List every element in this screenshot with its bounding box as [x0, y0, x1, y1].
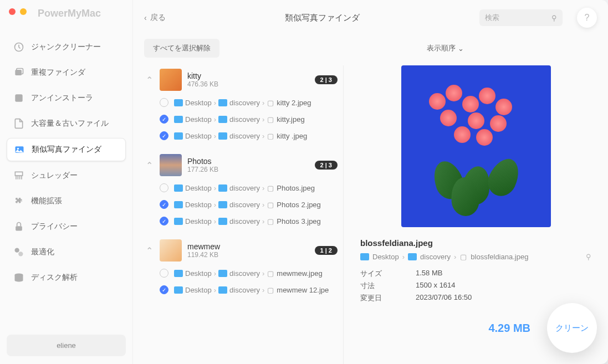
- checkbox[interactable]: [160, 200, 168, 209]
- meta-value: 1.58 MB: [416, 269, 442, 279]
- back-label: 戻る: [150, 13, 166, 23]
- filename: Photos.jpeg: [277, 184, 315, 192]
- search-input[interactable]: 検索 ⚲: [479, 9, 563, 26]
- sidebar-item-privacy[interactable]: プライバシー: [7, 216, 126, 238]
- checkbox[interactable]: [160, 285, 168, 294]
- folder-icon: [218, 270, 227, 277]
- collapse-icon[interactable]: ⌃: [144, 75, 154, 85]
- svg-point-5: [17, 148, 19, 150]
- folder-icon: [174, 116, 183, 123]
- photo-icon: [14, 144, 25, 155]
- duplicate-icon: [13, 67, 24, 78]
- filename: kitty.jpeg: [277, 115, 304, 124]
- sidebar-item-duplicate-finder[interactable]: 重複ファインダ: [7, 61, 126, 84]
- traffic-lights: [7, 8, 27, 15]
- group-size: 476.36 KB: [187, 80, 309, 88]
- checkbox[interactable]: [160, 183, 168, 192]
- folder-icon: [174, 270, 183, 277]
- help-button[interactable]: ?: [577, 8, 597, 28]
- close-window-button[interactable]: [9, 8, 16, 15]
- page-title: 類似写真ファインダ: [175, 13, 471, 23]
- sidebar-item-extensions[interactable]: 機能拡張: [7, 190, 126, 212]
- group-header[interactable]: ⌃ mewmew 119.42 KB 1 | 2: [144, 236, 338, 265]
- lock-icon: [13, 221, 24, 232]
- file-row[interactable]: Desktop›discovery›▢mewmew 12.jpe: [144, 281, 338, 298]
- app-window: PowerMyMac ジャンククリーナー 重複ファインダ アンインストーラ 大容…: [0, 0, 608, 364]
- file-row[interactable]: Desktop›discovery›▢Photos 3.jpeg: [144, 213, 338, 229]
- sidebar-nav: ジャンククリーナー 重複ファインダ アンインストーラ 大容量＆古いファイル 類似…: [7, 36, 126, 335]
- svg-point-13: [18, 252, 23, 256]
- group-name: Photos: [187, 157, 309, 166]
- folder-icon: [218, 201, 227, 208]
- checkbox[interactable]: [160, 98, 168, 107]
- filename: mewmew.jpeg: [277, 269, 322, 278]
- collapse-icon[interactable]: ⌃: [144, 160, 154, 170]
- sidebar-label: ディスク解析: [31, 273, 78, 283]
- photo-group: ⌃ Photos 177.26 KB 2 | 3 Desktop›discove…: [144, 151, 338, 229]
- sort-label: 表示順序: [427, 43, 456, 53]
- folder-icon: [360, 253, 369, 260]
- checkbox[interactable]: [160, 115, 168, 124]
- sidebar-label: ジャンククリーナー: [31, 42, 101, 52]
- clean-button[interactable]: クリーン: [547, 303, 597, 353]
- sidebar-item-large-old-files[interactable]: 大容量＆古いファイル: [7, 112, 126, 135]
- user-badge[interactable]: eliene: [7, 335, 126, 356]
- svg-rect-3: [15, 94, 22, 101]
- file-row[interactable]: Desktop›discovery›▢Photos 2.jpeg: [144, 196, 338, 213]
- folder-icon: [174, 201, 183, 208]
- minimize-window-button[interactable]: [20, 8, 27, 15]
- image-file-icon: ▢: [267, 183, 274, 192]
- chevron-left-icon: ‹: [144, 13, 147, 22]
- reveal-icon[interactable]: ⚲: [586, 253, 591, 261]
- chevron-down-icon: ⌄: [458, 44, 464, 53]
- sort-button[interactable]: 表示順序 ⌄: [427, 43, 464, 53]
- photo-group: ⌃ kitty 476.36 KB 2 | 3 Desktop›discover…: [144, 65, 338, 144]
- back-button[interactable]: ‹ 戻る: [144, 13, 166, 23]
- group-header[interactable]: ⌃ Photos 177.26 KB 2 | 3: [144, 151, 338, 180]
- folder-icon: [174, 218, 183, 225]
- folder-icon: [408, 253, 417, 260]
- filename: Photos 3.jpeg: [277, 217, 321, 225]
- file-row[interactable]: Desktop›discovery›▢kitty 2.jpeg: [144, 94, 338, 111]
- checkbox[interactable]: [160, 269, 168, 278]
- file-row[interactable]: Desktop›discovery›▢kitty.jpeg: [144, 111, 338, 127]
- controls-row: すべてを選択解除 表示順序 ⌄: [133, 35, 608, 65]
- image-file-icon: ▢: [459, 252, 467, 261]
- folder-icon: [174, 184, 183, 192]
- meta-label: 変更日: [360, 293, 416, 303]
- checkbox[interactable]: [160, 217, 168, 225]
- app-title: PowerMyMac: [38, 8, 101, 19]
- filename: kitty .jpeg: [277, 132, 307, 140]
- sidebar-label: シュレッダー: [31, 171, 78, 181]
- meta-label: 寸法: [360, 281, 416, 291]
- preview-metadata: サイズ1.58 MB 寸法1500 x 1614 変更日2023/07/06 1…: [360, 268, 591, 304]
- sidebar-label: プライバシー: [31, 222, 78, 232]
- checkbox[interactable]: [160, 131, 168, 140]
- image-file-icon: ▢: [267, 269, 274, 278]
- image-file-icon: ▢: [267, 131, 274, 140]
- file-row[interactable]: Desktop›discovery›▢kitty .jpeg: [144, 127, 338, 144]
- folder-icon: [218, 218, 227, 225]
- svg-rect-11: [16, 226, 22, 230]
- folder-icon: [218, 132, 227, 140]
- sidebar-item-shredder[interactable]: シュレッダー: [7, 165, 126, 187]
- image-file-icon: ▢: [267, 98, 274, 107]
- group-name: mewmew: [187, 242, 309, 251]
- folder-icon: [174, 286, 183, 294]
- filename: kitty 2.jpeg: [277, 99, 311, 107]
- sidebar-item-uninstaller[interactable]: アンインストーラ: [7, 87, 126, 109]
- sidebar-item-optimize[interactable]: 最適化: [7, 241, 126, 263]
- thumbnail: [160, 69, 182, 91]
- file-row[interactable]: Desktop›discovery›▢mewmew.jpeg: [144, 265, 338, 281]
- sidebar-item-junk-cleaner[interactable]: ジャンククリーナー: [7, 36, 126, 58]
- sidebar-item-similar-photos[interactable]: 類似写真ファインダ: [7, 138, 126, 161]
- group-header[interactable]: ⌃ kitty 476.36 KB 2 | 3: [144, 65, 338, 94]
- deselect-all-button[interactable]: すべてを選択解除: [144, 39, 219, 58]
- svg-point-12: [15, 248, 19, 253]
- sidebar-label: アンインストーラ: [31, 93, 93, 103]
- file-row[interactable]: Desktop›discovery›▢Photos.jpeg: [144, 180, 338, 196]
- collapse-icon[interactable]: ⌃: [144, 245, 154, 255]
- sidebar-label: 機能拡張: [31, 196, 62, 206]
- sidebar-item-disk-analysis[interactable]: ディスク解析: [7, 266, 126, 289]
- folder-icon: [174, 99, 183, 106]
